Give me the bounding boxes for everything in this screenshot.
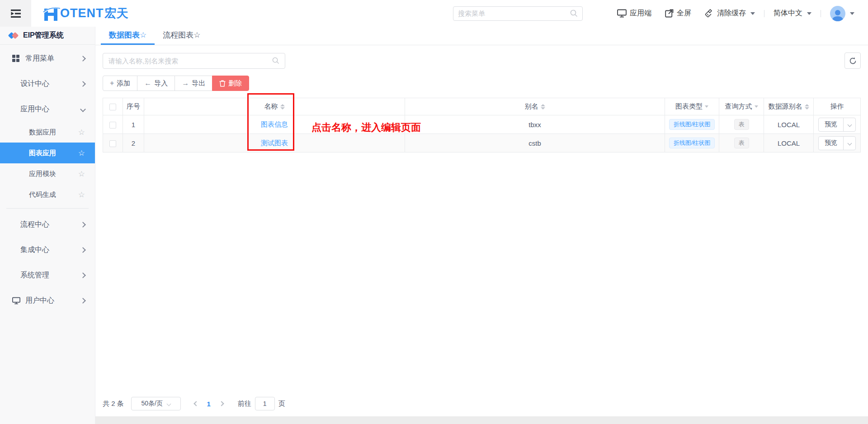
col-seq: 序号 bbox=[123, 98, 144, 115]
query-mode-tag: 表 bbox=[734, 138, 749, 149]
sidebar-item-system-manage[interactable]: 系统管理 bbox=[0, 262, 95, 288]
select-all-checkbox[interactable] bbox=[109, 104, 116, 110]
sidebar-item-data-app[interactable]: 数据应用 ☆ bbox=[0, 122, 95, 143]
broom-icon bbox=[705, 9, 714, 18]
tab-data-chart[interactable]: 数据图表☆ bbox=[101, 27, 155, 45]
menu-search-input[interactable] bbox=[458, 10, 570, 17]
sidebar: EIP管理系统 常用菜单 设计中心 应用中心 数据应用 ☆ 图表应用 ☆ 应用模… bbox=[0, 27, 95, 424]
sidebar-item-design-center[interactable]: 设计中心 bbox=[0, 71, 95, 96]
chart-name-link[interactable]: 图表信息 bbox=[261, 120, 288, 128]
goto-label: 前往 bbox=[238, 400, 251, 408]
cell-datasource: LOCAL bbox=[764, 134, 814, 152]
preview-button[interactable]: 预览 bbox=[819, 137, 843, 150]
page-unit-label: 页 bbox=[278, 400, 285, 408]
clear-cache-label: 清除缓存 bbox=[717, 9, 746, 18]
total-count: 共 2 条 bbox=[103, 400, 124, 408]
fullscreen-icon bbox=[665, 9, 674, 18]
refresh-button[interactable] bbox=[844, 52, 861, 69]
row-checkbox[interactable] bbox=[109, 140, 116, 147]
refresh-icon bbox=[849, 57, 857, 65]
add-button[interactable]: + 添加 bbox=[103, 76, 137, 91]
row-checkbox[interactable] bbox=[109, 122, 116, 129]
chevron-right-icon bbox=[80, 56, 86, 62]
chevron-right-icon bbox=[219, 401, 224, 406]
filter-caret-icon bbox=[705, 105, 708, 108]
col-chart-type[interactable]: 图表类型 bbox=[665, 98, 719, 115]
arrow-right-icon: → bbox=[182, 79, 189, 87]
logo-suffix: 宏天 bbox=[105, 5, 128, 21]
sidebar-item-integration-center[interactable]: 集成中心 bbox=[0, 237, 95, 262]
pagination: 共 2 条 50条/页 1 前往 页 bbox=[103, 397, 285, 410]
delete-button[interactable]: 删除 bbox=[212, 76, 249, 91]
tab-process-chart[interactable]: 流程图表☆ bbox=[155, 27, 208, 45]
sidebar-item-process-center[interactable]: 流程中心 bbox=[0, 212, 95, 237]
language-label: 简体中文 bbox=[774, 9, 802, 18]
header-divider bbox=[821, 10, 821, 17]
user-menu[interactable] bbox=[830, 6, 854, 21]
clear-cache-button[interactable]: 清除缓存 bbox=[705, 9, 755, 18]
main-panel: 数据图表☆ 流程图表☆ + 添加 ← 导入 bbox=[95, 27, 868, 416]
sidebar-item-user-center[interactable]: 用户中心 bbox=[0, 288, 95, 313]
list-search-input[interactable] bbox=[108, 57, 272, 65]
cell-alias: tbxx bbox=[405, 115, 665, 134]
page-number-1[interactable]: 1 bbox=[203, 400, 215, 408]
sidebar-collapse-button[interactable] bbox=[0, 0, 31, 27]
chart-type-tag: 折线图/柱状图 bbox=[669, 119, 715, 130]
language-selector[interactable]: 简体中文 bbox=[774, 9, 811, 18]
app-client-button[interactable]: 应用端 bbox=[617, 9, 651, 18]
system-title-row: EIP管理系统 bbox=[0, 27, 95, 45]
top-header: OTENT 宏天 应用端 全屏 清除缓存 bbox=[0, 0, 868, 27]
hotent-logo: OTENT 宏天 bbox=[43, 5, 128, 21]
chart-list-table: 序号 名称 别名 图表类型 查询方式 数据源别名 操作 1 图表信息 tbxx … bbox=[103, 98, 861, 152]
cell-seq: 1 bbox=[123, 115, 144, 134]
sidebar-item-code-gen[interactable]: 代码生成 ☆ bbox=[0, 184, 95, 205]
import-button[interactable]: ← 导入 bbox=[137, 76, 175, 91]
export-button[interactable]: → 导出 bbox=[175, 76, 212, 91]
sidebar-item-app-center[interactable]: 应用中心 bbox=[0, 96, 95, 122]
col-alias[interactable]: 别名 bbox=[405, 98, 665, 115]
cell-datasource: LOCAL bbox=[764, 115, 814, 134]
chart-name-link[interactable]: 测试图表 bbox=[261, 139, 288, 147]
col-datasource[interactable]: 数据源别名 bbox=[764, 98, 814, 115]
chevron-down-icon bbox=[80, 106, 86, 112]
fullscreen-button[interactable]: 全屏 bbox=[665, 9, 691, 18]
preview-split-button[interactable]: 预览 bbox=[818, 118, 856, 132]
arrow-left-icon: ← bbox=[144, 79, 151, 87]
col-name[interactable]: 名称 bbox=[144, 98, 405, 115]
page-size-select[interactable]: 50条/页 bbox=[131, 397, 181, 410]
star-icon[interactable]: ☆ bbox=[78, 149, 85, 157]
prev-page-button[interactable] bbox=[190, 397, 203, 410]
sort-icon bbox=[280, 104, 285, 110]
logo-text: OTENT bbox=[60, 6, 104, 20]
chevron-right-icon bbox=[80, 222, 86, 228]
table-header-row: 序号 名称 别名 图表类型 查询方式 数据源别名 操作 bbox=[103, 98, 861, 115]
trash-icon bbox=[219, 80, 226, 87]
sort-icon bbox=[541, 104, 545, 110]
star-icon[interactable]: ☆ bbox=[78, 191, 85, 199]
monitor-icon bbox=[617, 9, 627, 18]
sort-icon bbox=[805, 104, 809, 110]
table-row: 1 图表信息 tbxx 折线图/柱状图 表 LOCAL 预览 bbox=[103, 115, 861, 134]
chevron-right-icon bbox=[80, 272, 86, 278]
preview-split-button[interactable]: 预览 bbox=[818, 136, 856, 150]
monitor-icon bbox=[12, 297, 20, 305]
chevron-right-icon bbox=[80, 81, 86, 87]
preview-button[interactable]: 预览 bbox=[819, 118, 843, 131]
star-icon[interactable]: ☆ bbox=[78, 170, 85, 178]
sidebar-item-chart-app[interactable]: 图表应用 ☆ bbox=[0, 143, 95, 163]
col-query-mode[interactable]: 查询方式 bbox=[719, 98, 764, 115]
grid-icon bbox=[12, 55, 20, 62]
goto-page-input[interactable] bbox=[255, 397, 275, 410]
header-divider bbox=[764, 10, 764, 17]
star-icon[interactable]: ☆ bbox=[78, 129, 85, 136]
avatar[interactable] bbox=[830, 6, 845, 21]
preview-dropdown-button[interactable] bbox=[843, 118, 855, 131]
filter-caret-icon bbox=[755, 105, 758, 108]
sidebar-item-common-menu[interactable]: 常用菜单 bbox=[0, 46, 95, 71]
menu-divider bbox=[6, 208, 89, 209]
sidebar-item-app-module[interactable]: 应用模块 ☆ bbox=[0, 163, 95, 184]
chevron-right-icon bbox=[80, 298, 86, 304]
preview-dropdown-button[interactable] bbox=[843, 137, 855, 150]
next-page-button[interactable] bbox=[215, 397, 228, 410]
tab-bar: 数据图表☆ 流程图表☆ bbox=[95, 27, 868, 45]
